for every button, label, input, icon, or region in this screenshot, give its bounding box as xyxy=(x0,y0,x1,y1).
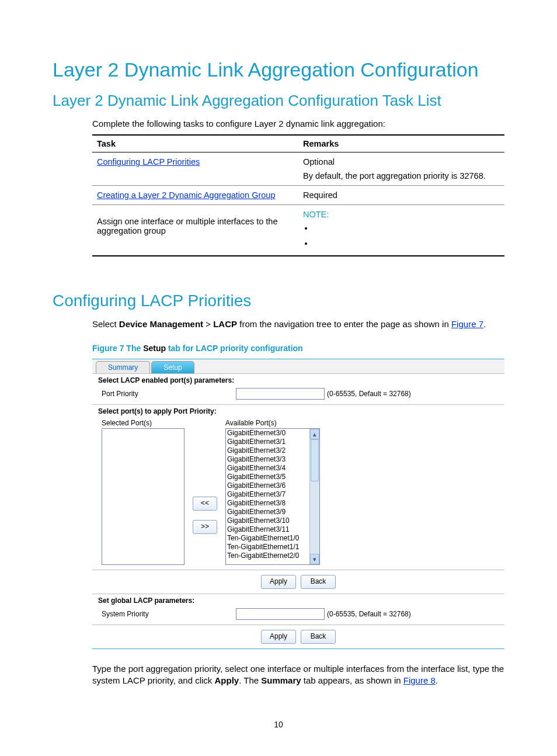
subtitle: Layer 2 Dynamic Link Aggregation Configu… xyxy=(53,92,504,110)
list-item[interactable]: GigabitEthernet3/11 xyxy=(226,525,319,534)
global-params-header: Set global LACP parameters: xyxy=(92,594,504,606)
system-priority-input[interactable] xyxy=(236,608,325,620)
task-link-lacp-priorities[interactable]: Configuring LACP Priorities xyxy=(97,157,200,167)
section-configuring-lacp: Configuring LACP Priorities xyxy=(53,292,504,310)
available-ports-listbox[interactable]: GigabitEthernet3/0GigabitEthernet3/1Giga… xyxy=(225,428,320,565)
note-label: NOTE: xyxy=(303,210,500,219)
list-item[interactable]: GigabitEthernet3/3 xyxy=(226,455,319,464)
figure-caption: Figure 7 The Setup tab for LACP priority… xyxy=(92,344,504,353)
list-item[interactable]: GigabitEthernet3/5 xyxy=(226,473,319,481)
list-item[interactable]: GigabitEthernet3/6 xyxy=(226,481,319,490)
note-bullet xyxy=(314,235,500,251)
remarks-required: Required xyxy=(298,186,504,205)
scroll-thumb[interactable] xyxy=(311,439,319,481)
list-item[interactable]: GigabitEthernet3/8 xyxy=(226,499,319,508)
back-button-global[interactable]: Back xyxy=(301,630,336,644)
section-intro: Select Device Management > LACP from the… xyxy=(92,318,504,330)
system-priority-label: System Priority xyxy=(102,610,236,618)
scroll-down-icon[interactable]: ▾ xyxy=(310,554,319,564)
select-ports-header: Select port(s) to apply Port Priority: xyxy=(92,405,504,417)
system-priority-hint: (0-65535, Default = 32768) xyxy=(327,610,411,618)
list-item[interactable]: GigabitEthernet3/9 xyxy=(226,508,319,516)
page-number: 10 xyxy=(0,720,557,729)
port-selection-block: Selected Port(s) << >> Available Port(s)… xyxy=(92,417,504,570)
closing-paragraph: Type the port aggregation priority, sele… xyxy=(92,663,504,687)
task-table: Task Remarks Configuring LACP Priorities… xyxy=(92,134,504,256)
list-item[interactable]: GigabitEthernet3/4 xyxy=(226,464,319,473)
scrollbar[interactable]: ▴ ▾ xyxy=(309,429,319,564)
apply-button[interactable]: Apply xyxy=(261,575,296,589)
list-item[interactable]: GigabitEthernet3/10 xyxy=(226,516,319,525)
page-title: Layer 2 Dynamic Link Aggregation Configu… xyxy=(53,58,504,81)
port-priority-hint: (0-65535, Default = 32768) xyxy=(327,390,411,398)
note-bullet xyxy=(314,220,500,235)
task-link-create-group[interactable]: Creating a Layer 2 Dynamic Aggregation G… xyxy=(97,190,275,200)
back-button[interactable]: Back xyxy=(301,575,336,589)
intro-text: Complete the following tasks to configur… xyxy=(92,118,504,130)
task-assign-text: Assign one interface or multiple interfa… xyxy=(97,217,278,235)
lacp-setup-figure: Summary Setup Select LACP enabled port(s… xyxy=(92,359,504,649)
move-left-button[interactable]: << xyxy=(193,497,217,511)
tab-setup[interactable]: Setup xyxy=(151,361,194,373)
selected-ports-listbox[interactable] xyxy=(102,428,184,565)
list-item[interactable]: Ten-GigabitEthernet2/0 xyxy=(226,552,319,560)
figure-8-link[interactable]: Figure 8 xyxy=(403,675,436,685)
select-params-header: Select LACP enabled port(s) parameters: xyxy=(92,374,504,386)
apply-button-global[interactable]: Apply xyxy=(261,630,296,644)
move-right-button[interactable]: >> xyxy=(193,520,217,534)
selected-ports-label: Selected Port(s) xyxy=(102,419,184,427)
figure-7-link[interactable]: Figure 7 xyxy=(451,319,483,329)
remarks-header: Remarks xyxy=(298,135,504,152)
list-item[interactable]: Ten-GigabitEthernet1/0 xyxy=(226,534,319,543)
list-item[interactable]: Ten-GigabitEthernet1/1 xyxy=(226,543,319,552)
available-ports-label: Available Port(s) xyxy=(225,419,320,427)
port-priority-label: Port Priority xyxy=(102,390,236,398)
list-item[interactable]: GigabitEthernet3/0 xyxy=(226,429,319,438)
task-header: Task xyxy=(92,135,298,152)
port-priority-input[interactable] xyxy=(236,388,325,400)
tab-summary[interactable]: Summary xyxy=(96,361,150,373)
list-item[interactable]: GigabitEthernet3/2 xyxy=(226,446,319,455)
scroll-up-icon[interactable]: ▴ xyxy=(310,429,319,439)
list-item[interactable]: GigabitEthernet3/1 xyxy=(226,438,319,446)
tab-bar: Summary Setup xyxy=(92,359,504,374)
remarks-optional: Optional xyxy=(303,157,500,167)
list-item[interactable]: GigabitEthernet3/7 xyxy=(226,490,319,499)
remarks-default: By default, the port aggregation priorit… xyxy=(303,171,500,181)
